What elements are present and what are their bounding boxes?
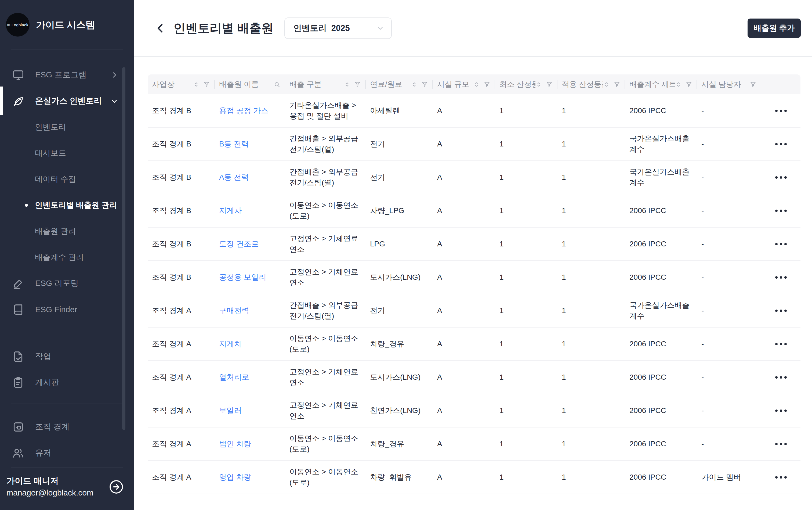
table-row: 조직 경계 BB동 전력간접배출 > 외부공급 전기/스팀(열)전기A11국가온…	[148, 128, 801, 161]
row-actions-button[interactable]	[761, 427, 801, 460]
sort-icon[interactable]	[675, 81, 682, 88]
sort-icon[interactable]	[411, 81, 418, 88]
filter-icon[interactable]	[484, 81, 490, 88]
sidebar-item-dashboard[interactable]: 대시보드	[0, 140, 134, 166]
filter-icon[interactable]	[203, 81, 210, 88]
applied-grade-cell: 1	[558, 427, 625, 461]
sidebar-item-board[interactable]: 게시판	[0, 369, 134, 396]
row-actions-button[interactable]	[761, 194, 801, 227]
source-name-link[interactable]: 공정용 보일러	[219, 273, 266, 281]
sidebar-item-tasks[interactable]: 작업	[0, 343, 134, 369]
source-name-link[interactable]: B동 전력	[219, 140, 249, 148]
sidebar-item-source-management[interactable]: 배출원 관리	[0, 218, 134, 244]
col-facility-manager: 시설 담당자	[697, 75, 761, 94]
min-grade-cell: 1	[495, 461, 558, 494]
sidebar-item-esg-finder[interactable]: ESG Finder	[0, 296, 134, 322]
facility-manager-cell: -	[697, 128, 761, 161]
source-name-link[interactable]: 구매전력	[219, 306, 249, 315]
sidebar-item-users[interactable]: 유저	[0, 440, 134, 466]
sidebar-item-label: 유저	[35, 447, 51, 458]
table-row: 조직 경계 BA동 전력간접배출 > 외부공급 전기/스팀(열)전기A11국가온…	[148, 161, 801, 194]
sidebar-item-inventory[interactable]: 인벤토리	[0, 114, 134, 140]
source-name-link[interactable]: 영업 차량	[219, 473, 251, 481]
sidebar-item-esg-reporting[interactable]: ESG 리포팅	[0, 270, 134, 296]
inventory-select[interactable]: 인벤토리 2025	[284, 18, 392, 39]
sidebar-item-label: 인벤토리별 배출원 관리	[35, 200, 117, 211]
chevron-down-icon	[111, 97, 118, 105]
filter-icon[interactable]	[421, 81, 428, 88]
sidebar-item-org-boundary[interactable]: 조직 경계	[0, 414, 134, 440]
sort-icon[interactable]	[535, 81, 542, 88]
sidebar-divider	[11, 404, 123, 404]
source-name-link[interactable]: 도장 건조로	[219, 240, 259, 248]
filter-icon[interactable]	[750, 81, 756, 88]
sidebar-scrollbar[interactable]	[122, 67, 125, 430]
sidebar-item-data-collection[interactable]: 데이터 수집	[0, 166, 134, 192]
sort-icon[interactable]	[473, 81, 480, 88]
row-actions-button[interactable]	[761, 228, 801, 260]
chevron-down-icon	[376, 24, 384, 32]
row-actions-button[interactable]	[761, 261, 801, 294]
sidebar-item-ghg-inventory[interactable]: 온실가스 인벤토리	[0, 88, 134, 114]
facility-scale-cell: A	[433, 394, 495, 427]
applied-grade-cell: 1	[558, 361, 625, 394]
site-cell: 조직 경계 A	[148, 361, 215, 394]
col-emission-category: 배출 구분	[285, 75, 366, 94]
logblack-logo-text: Logblack	[11, 23, 28, 27]
applied-grade-cell: 1	[558, 228, 625, 261]
facility-scale-cell: A	[433, 294, 495, 328]
row-actions-button[interactable]	[761, 94, 801, 127]
sidebar-item-label: 배출원 관리	[35, 226, 76, 237]
sort-icon[interactable]	[344, 81, 351, 88]
sidebar-item-sources-by-inventory[interactable]: 인벤토리별 배출원 관리	[0, 192, 134, 218]
filter-icon[interactable]	[546, 81, 552, 88]
col-source-name: 배출원 이름	[215, 75, 285, 94]
col-fuel: 연료/원료	[366, 75, 433, 94]
user-panel-open-button[interactable]	[109, 479, 124, 495]
min-grade-cell: 1	[495, 328, 558, 361]
applied-grade-cell: 1	[558, 461, 625, 494]
source-name-cell: 지게차	[215, 194, 285, 228]
source-name-link[interactable]: 보일러	[219, 406, 242, 415]
row-actions-button[interactable]	[761, 394, 801, 427]
add-source-button[interactable]: 배출원 추가	[748, 19, 801, 38]
fuel-cell: 전기	[366, 294, 433, 328]
source-name-link[interactable]: 용접 공정 가스	[219, 106, 269, 115]
source-name-link[interactable]: 법인 차량	[219, 440, 251, 448]
sidebar-item-label: 게시판	[35, 377, 59, 388]
sort-icon[interactable]	[193, 81, 200, 88]
row-actions-button[interactable]	[761, 294, 801, 327]
source-name-cell: 지게차	[215, 328, 285, 361]
facility-scale-cell: A	[433, 194, 495, 228]
row-actions-button[interactable]	[761, 161, 801, 194]
source-name-link[interactable]: 열처리로	[219, 373, 249, 381]
min-grade-cell: 1	[495, 261, 558, 294]
row-actions-button[interactable]	[761, 128, 801, 161]
row-actions-cell	[761, 361, 801, 394]
fuel-cell: 도시가스(LNG)	[366, 361, 433, 394]
row-actions-button[interactable]	[761, 361, 801, 394]
facility-scale-cell: A	[433, 427, 495, 461]
sidebar-item-esg-program[interactable]: ESG 프로그램	[0, 62, 134, 88]
col-min-grade: 최소 산정등급	[495, 75, 558, 94]
book-icon	[12, 303, 24, 316]
back-button[interactable]	[154, 22, 167, 34]
factor-set-cell: 2006 IPCC	[625, 427, 697, 461]
filter-icon[interactable]	[686, 81, 692, 88]
site-cell: 조직 경계 A	[148, 328, 215, 361]
source-name-link[interactable]: 지게차	[219, 340, 242, 348]
source-name-link[interactable]: 지게차	[219, 206, 242, 215]
sort-icon[interactable]	[603, 81, 610, 88]
row-actions-cell	[761, 128, 801, 161]
applied-grade-cell: 1	[558, 294, 625, 328]
page-header: 인벤토리별 배출원 인벤토리 2025 배출원 추가	[134, 0, 812, 57]
source-name-cell: 용접 공정 가스	[215, 94, 285, 128]
sidebar-item-emission-factor-management[interactable]: 배출계수 관리	[0, 244, 134, 270]
source-name-link[interactable]: A동 전력	[219, 173, 249, 181]
search-icon[interactable]	[274, 81, 280, 88]
filter-icon[interactable]	[613, 81, 620, 88]
row-actions-button[interactable]	[761, 461, 801, 493]
row-actions-button[interactable]	[761, 328, 801, 360]
factor-set-cell: 2006 IPCC	[625, 328, 697, 361]
filter-icon[interactable]	[354, 81, 361, 88]
